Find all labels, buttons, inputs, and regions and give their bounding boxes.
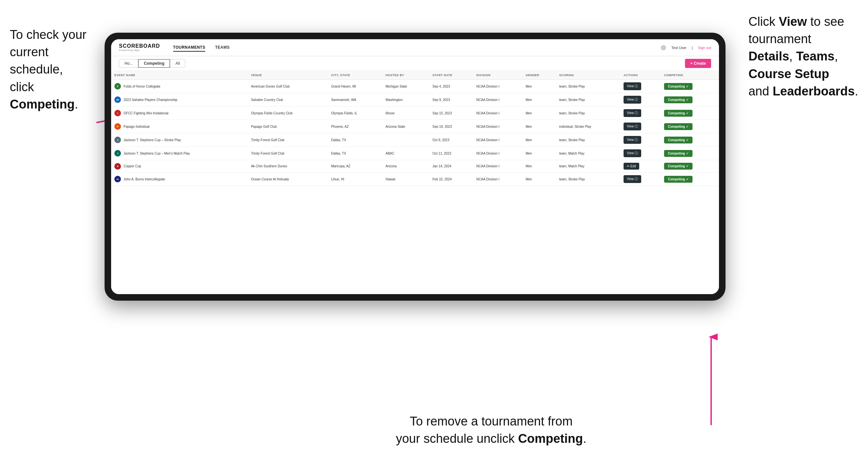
competing-button[interactable]: Competing ✓	[664, 163, 692, 169]
scoring-cell: team, Stroke Play	[556, 93, 620, 106]
nav-teams[interactable]: TEAMS	[215, 44, 230, 52]
city-state-cell: Lihue, HI	[328, 173, 382, 186]
competing-button[interactable]: Competing ✓	[664, 176, 692, 183]
scoring-cell: team, Stroke Play	[556, 133, 620, 147]
division-cell: NCAA Division I	[473, 106, 523, 120]
event-name-cell: J Jackson T. Stephens Cup – Men's Match …	[111, 147, 248, 160]
team-logo: A	[114, 163, 121, 169]
venue-cell: Ak-Chin Southern Dunes	[248, 160, 328, 173]
header-right: Test User | Sign out	[661, 45, 711, 50]
hosted-by-cell: Arizona State	[382, 120, 429, 133]
edit-button[interactable]: ✏ Edit	[624, 163, 639, 169]
table-row: P Papago Individual Papago Golf Club Pho…	[111, 120, 719, 133]
annotation-left: To check yourcurrent schedule,click Comp…	[10, 26, 101, 113]
hosted-by-cell: Hawaii	[382, 173, 429, 186]
division-cell: NCAA Division I	[473, 173, 523, 186]
team-logo: J	[114, 150, 121, 157]
brand-title: SCOREBOARD	[119, 43, 160, 49]
gender-cell: Men	[522, 173, 556, 186]
start-date-cell: Sep 9, 2023	[429, 93, 473, 106]
start-date-cell: Oct 11, 2023	[429, 147, 473, 160]
col-start-date: START DATE	[429, 71, 473, 80]
annotation-right-top: Click View to seetournament Details, Tea…	[748, 13, 858, 100]
col-competing: COMPETING	[661, 71, 719, 80]
brand-sub: Powered by clippi	[119, 49, 160, 52]
gender-cell: Men	[522, 133, 556, 147]
competing-button[interactable]: Competing ✓	[664, 123, 692, 130]
actions-cell: View ⓘ	[620, 133, 661, 147]
gender-cell: Men	[522, 160, 556, 173]
view-button[interactable]: View ⓘ	[624, 82, 641, 90]
view-button[interactable]: View ⓘ	[624, 136, 641, 144]
competing-cell: Competing ✓	[661, 173, 719, 186]
team-logo: F	[114, 83, 121, 90]
view-button[interactable]: View ⓘ	[624, 96, 641, 103]
competing-cell: Competing ✓	[661, 80, 719, 93]
signout-link[interactable]: Sign out	[698, 46, 711, 50]
actions-cell: View ⓘ	[620, 80, 661, 93]
table-header-row: EVENT NAME VENUE CITY, STATE HOSTED BY S…	[111, 71, 719, 80]
scoring-cell: team, Match Play	[556, 147, 620, 160]
venue-cell: American Dunes Golf Club	[248, 80, 328, 93]
col-city-state: CITY, STATE	[328, 71, 382, 80]
team-logo: P	[114, 123, 121, 130]
venue-cell: Trinity Forest Golf Club	[248, 133, 328, 147]
scoring-cell: team, Match Play	[556, 160, 620, 173]
actions-cell: View ⓘ	[620, 120, 661, 133]
actions-cell: View ⓘ	[620, 93, 661, 106]
user-name: Test User	[671, 46, 686, 50]
division-cell: NCAA Division I	[473, 133, 523, 147]
scoring-cell: individual, Stroke Play	[556, 120, 620, 133]
competing-button[interactable]: Competing ✓	[664, 83, 692, 90]
division-cell: NCAA Division I	[473, 147, 523, 160]
start-date-cell: Oct 9, 2023	[429, 133, 473, 147]
filters-bar: Ho... Competing All + Create	[111, 56, 719, 71]
city-state-cell: Dallas, TX	[328, 133, 382, 147]
col-event-name: EVENT NAME	[111, 71, 248, 80]
start-date-cell: Sep 15, 2023	[429, 106, 473, 120]
tab-competing[interactable]: Competing	[138, 59, 170, 68]
gender-cell: Men	[522, 106, 556, 120]
create-button[interactable]: + Create	[685, 59, 711, 68]
start-date-cell: Sep 18, 2023	[429, 120, 473, 133]
event-name-cell: H John A. Burns Intercollegiate	[111, 173, 248, 186]
actions-cell: ✏ Edit	[620, 160, 661, 173]
view-button[interactable]: View ⓘ	[624, 123, 641, 130]
start-date-cell: Jan 14, 2024	[429, 160, 473, 173]
division-cell: NCAA Division I	[473, 80, 523, 93]
view-button[interactable]: View ⓘ	[624, 175, 641, 183]
event-name: Jackson T. Stephens Cup – Stroke Play	[124, 138, 181, 142]
start-date-cell: Feb 15, 2024	[429, 173, 473, 186]
competing-cell: Competing ✓	[661, 120, 719, 133]
competing-cell: Competing ✓	[661, 106, 719, 120]
division-cell: NCAA Division I	[473, 120, 523, 133]
competing-cell: Competing ✓	[661, 133, 719, 147]
event-name-cell: P Papago Individual	[111, 120, 248, 133]
view-button[interactable]: View ⓘ	[624, 149, 641, 157]
annotation-bottom: To remove a tournament fromyour schedule…	[396, 413, 586, 447]
table-row: I OFCC Fighting Illini Invitational Olym…	[111, 106, 719, 120]
city-state-cell: Maricopa, AZ	[328, 160, 382, 173]
scoring-cell: team, Stroke Play	[556, 106, 620, 120]
view-button[interactable]: View ⓘ	[624, 109, 641, 117]
hosted-by-cell: Illinois	[382, 106, 429, 120]
city-state-cell: Sammamish, WA	[328, 93, 382, 106]
tab-all[interactable]: All	[170, 59, 185, 68]
col-actions: ACTIONS	[620, 71, 661, 80]
gender-cell: Men	[522, 147, 556, 160]
competing-button[interactable]: Competing ✓	[664, 110, 692, 117]
city-state-cell: Dallas, TX	[328, 147, 382, 160]
separator: |	[692, 46, 693, 50]
tab-home[interactable]: Ho...	[119, 59, 138, 68]
competing-button[interactable]: Competing ✓	[664, 96, 692, 103]
hosted-by-cell: Michigan State	[382, 80, 429, 93]
city-state-cell: Olympia Fields, IL	[328, 106, 382, 120]
event-name: OFCC Fighting Illini Invitational	[124, 112, 168, 115]
hosted-by-cell	[382, 133, 429, 147]
nav-tournaments[interactable]: TOURNAMENTS	[173, 44, 206, 52]
competing-button[interactable]: Competing ✓	[664, 136, 692, 144]
table-container[interactable]: EVENT NAME VENUE CITY, STATE HOSTED BY S…	[111, 71, 719, 294]
competing-button[interactable]: Competing ✓	[664, 150, 692, 157]
tablet-screen: SCOREBOARD Powered by clippi TOURNAMENTS…	[111, 39, 719, 294]
actions-cell: View ⓘ	[620, 173, 661, 186]
